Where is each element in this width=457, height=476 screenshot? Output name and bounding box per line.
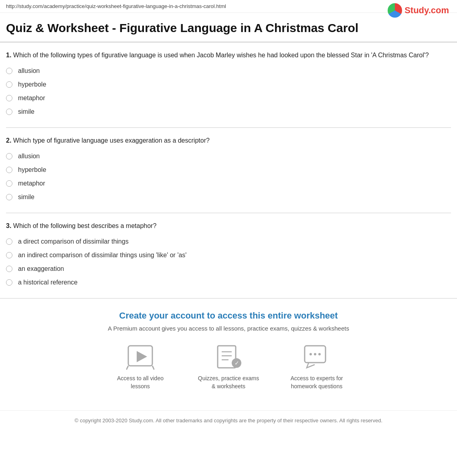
q3-radio-3[interactable] bbox=[6, 266, 12, 272]
divider-2 bbox=[6, 213, 451, 213]
video-icon bbox=[126, 344, 154, 370]
question-1: 1. Which of the following types of figur… bbox=[6, 50, 451, 115]
svg-point-13 bbox=[318, 353, 321, 355]
q3-label-3: an exaggeration bbox=[18, 265, 64, 272]
q2-radio-1[interactable] bbox=[6, 153, 12, 159]
svg-text:✓: ✓ bbox=[235, 360, 239, 366]
q3-label-1: a direct comparison of dissimilar things bbox=[18, 238, 129, 245]
q2-option-4[interactable]: simile bbox=[6, 194, 451, 201]
svg-line-2 bbox=[126, 366, 128, 370]
question-1-body: Which of the following types of figurati… bbox=[13, 52, 429, 58]
q2-option-1[interactable]: allusion bbox=[6, 153, 451, 160]
q1-option-4[interactable]: simile bbox=[6, 108, 451, 115]
q3-radio-1[interactable] bbox=[6, 238, 12, 245]
q1-radio-2[interactable] bbox=[6, 81, 12, 88]
q1-option-2[interactable]: hyperbole bbox=[6, 81, 451, 88]
svg-marker-1 bbox=[137, 351, 147, 362]
q3-radio-2[interactable] bbox=[6, 252, 12, 258]
q3-radio-4[interactable] bbox=[6, 279, 12, 286]
q2-label-2: hyperbole bbox=[18, 166, 46, 173]
question-2: 2. Which type of figurative language use… bbox=[6, 136, 451, 201]
q2-radio-4[interactable] bbox=[6, 194, 12, 200]
feature-expert-label: Access to experts for homework questions bbox=[285, 375, 349, 390]
q3-label-2: an indirect comparison of dissimilar thi… bbox=[18, 252, 186, 259]
q1-radio-4[interactable] bbox=[6, 109, 12, 115]
question-3-text: 3. Which of the following best describes… bbox=[6, 221, 451, 231]
q2-radio-3[interactable] bbox=[6, 180, 12, 187]
question-1-number: 1. bbox=[6, 52, 11, 58]
promo-title: Create your account to access this entir… bbox=[6, 311, 451, 321]
feature-quiz-label: Quizzes, practice exams & worksheets bbox=[196, 375, 261, 390]
svg-point-12 bbox=[314, 353, 316, 355]
q1-option-1[interactable]: allusion bbox=[6, 67, 451, 75]
feature-video: Access to all video lessons bbox=[108, 344, 172, 390]
footer-text: © copyright 2003-2020 Study.com. All oth… bbox=[75, 418, 382, 424]
q3-option-1[interactable]: a direct comparison of dissimilar things bbox=[6, 238, 451, 245]
q1-radio-1[interactable] bbox=[6, 68, 12, 74]
q2-label-3: metaphor bbox=[18, 180, 45, 187]
promo-section: Create your account to access this entir… bbox=[0, 298, 457, 410]
page-title: Quiz & Worksheet - Figurative Language i… bbox=[6, 20, 451, 36]
question-3: 3. Which of the following best describes… bbox=[6, 221, 451, 286]
divider-1 bbox=[6, 127, 451, 128]
q1-label-2: hyperbole bbox=[18, 81, 46, 88]
content-area: 1. Which of the following types of figur… bbox=[0, 42, 457, 286]
q3-option-2[interactable]: an indirect comparison of dissimilar thi… bbox=[6, 252, 451, 259]
svg-line-3 bbox=[152, 366, 154, 370]
feature-expert: Access to experts for homework questions bbox=[285, 344, 349, 390]
header: Quiz & Worksheet - Figurative Language i… bbox=[0, 13, 457, 42]
q1-option-3[interactable]: metaphor bbox=[6, 95, 451, 102]
q3-label-4: a historical reference bbox=[18, 279, 78, 286]
question-3-body: Which of the following best describes a … bbox=[13, 222, 157, 229]
q2-option-2[interactable]: hyperbole bbox=[6, 166, 451, 173]
q2-label-4: simile bbox=[18, 194, 34, 201]
question-3-number: 3. bbox=[6, 222, 11, 229]
expert-icon bbox=[303, 344, 331, 370]
quiz-icon: ✓ bbox=[214, 344, 243, 370]
q1-label-4: simile bbox=[18, 108, 34, 115]
question-2-body: Which type of figurative language uses e… bbox=[13, 137, 210, 144]
q2-radio-2[interactable] bbox=[6, 167, 12, 173]
q3-option-4[interactable]: a historical reference bbox=[6, 279, 451, 286]
features-row: Access to all video lessons ✓ Quizzes, p… bbox=[6, 344, 451, 390]
feature-quiz: ✓ Quizzes, practice exams & worksheets bbox=[196, 344, 261, 390]
q2-label-1: allusion bbox=[18, 153, 40, 160]
q3-option-3[interactable]: an exaggeration bbox=[6, 265, 451, 272]
promo-subtitle: A Premium account gives you access to al… bbox=[6, 325, 451, 332]
q2-option-3[interactable]: metaphor bbox=[6, 180, 451, 187]
question-1-text: 1. Which of the following types of figur… bbox=[6, 50, 451, 60]
q1-label-3: metaphor bbox=[18, 95, 45, 102]
footer: © copyright 2003-2020 Study.com. All oth… bbox=[0, 410, 457, 431]
q1-radio-3[interactable] bbox=[6, 95, 12, 101]
question-2-number: 2. bbox=[6, 137, 11, 144]
svg-point-11 bbox=[309, 353, 312, 355]
q1-label-1: allusion bbox=[18, 67, 40, 75]
question-2-text: 2. Which type of figurative language use… bbox=[6, 136, 451, 145]
feature-video-label: Access to all video lessons bbox=[108, 375, 172, 390]
